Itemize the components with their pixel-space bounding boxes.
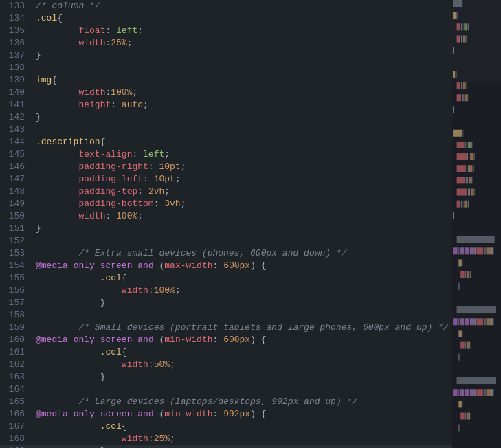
line-content: width:100%;	[36, 87, 452, 99]
line-number: 157	[0, 297, 36, 309]
line-content: width:25%;	[36, 433, 452, 445]
line-number: 165	[0, 396, 36, 408]
line-number: 158	[0, 309, 36, 322]
line-content: img{	[36, 74, 452, 87]
line-content: height: auto;	[36, 99, 452, 111]
line-number: 160	[0, 334, 36, 346]
line-number: 149	[0, 198, 36, 210]
line-content: width:50%;	[36, 359, 452, 371]
line-content: padding-top: 2vh;	[36, 186, 452, 198]
line-content: .col{	[36, 12, 452, 25]
line-number: 138	[0, 62, 36, 74]
line-content: padding-right: 10pt;	[36, 161, 452, 173]
code-line: 146 padding-right: 10pt;	[0, 161, 452, 173]
line-number: 134	[0, 12, 36, 25]
line-number: 164	[0, 383, 36, 396]
line-content: }	[36, 223, 452, 235]
line-number: 166	[0, 408, 36, 421]
code-line: 156 width:100%;	[0, 284, 452, 297]
line-content: padding-bottom: 3vh;	[36, 198, 452, 210]
line-number: 145	[0, 148, 36, 161]
line-number: 139	[0, 74, 36, 87]
code-line: 168 width:25%;	[0, 433, 452, 445]
code-line: 148 padding-top: 2vh;	[0, 186, 452, 198]
code-line: 164	[0, 383, 452, 396]
line-content: }	[36, 445, 452, 448]
line-content: padding-left: 10pt;	[36, 173, 452, 186]
line-number: 156	[0, 284, 36, 297]
code-line: 135 float: left;	[0, 25, 452, 37]
code-line: 143	[0, 124, 452, 136]
line-content: width:25%;	[36, 37, 452, 49]
line-number: 169	[0, 445, 36, 448]
code-line: 139img{	[0, 74, 452, 87]
code-line: 142}	[0, 111, 452, 124]
line-number: 147	[0, 173, 36, 186]
line-content: float: left;	[36, 25, 452, 37]
code-line: 159 /* Small devices (portrait tablets a…	[0, 322, 452, 334]
line-content: }	[36, 297, 452, 309]
line-number: 136	[0, 37, 36, 49]
code-line: 140 width:100%;	[0, 87, 452, 99]
line-number: 135	[0, 25, 36, 37]
code-line: 163 }	[0, 371, 452, 383]
line-content: .col{	[36, 421, 452, 433]
line-content: }	[36, 371, 452, 383]
code-line: 161 .col{	[0, 346, 452, 359]
line-content: @media only screen and (max-width: 600px…	[36, 260, 452, 272]
code-line: 133/* column */	[0, 0, 452, 12]
code-editor[interactable]: 133/* column */134.col{135 float: left;1…	[0, 0, 452, 448]
code-line: 160@media only screen and (min-width: 60…	[0, 334, 452, 346]
line-content: @media only screen and (min-width: 992px…	[36, 408, 452, 421]
line-content: .col{	[36, 272, 452, 284]
line-content: width:100%;	[36, 284, 452, 297]
line-number: 152	[0, 235, 36, 247]
line-number: 146	[0, 161, 36, 173]
code-line: 167 .col{	[0, 421, 452, 433]
line-number: 151	[0, 223, 36, 235]
line-number: 144	[0, 136, 36, 148]
code-line: 165 /* Large devices (laptops/desktops, …	[0, 396, 452, 408]
line-content: /* Large devices (laptops/desktops, 992p…	[36, 396, 452, 408]
code-line: 141 height: auto;	[0, 99, 452, 111]
line-number: 142	[0, 111, 36, 124]
line-content: }	[36, 111, 452, 124]
line-number: 154	[0, 260, 36, 272]
code-line: 149 padding-bottom: 3vh;	[0, 198, 452, 210]
code-line: 144.description{	[0, 136, 452, 148]
code-line: 147 padding-left: 10pt;	[0, 173, 452, 186]
line-number: 163	[0, 371, 36, 383]
code-line: 152	[0, 235, 452, 247]
line-number: 168	[0, 433, 36, 445]
minimap	[452, 0, 501, 448]
line-number: 159	[0, 322, 36, 334]
line-content: /* Extra small devices (phones, 600px an…	[36, 247, 452, 260]
code-line: 145 text-align: left;	[0, 148, 452, 161]
code-line: 169 }	[0, 445, 452, 448]
line-number: 161	[0, 346, 36, 359]
line-content: @media only screen and (min-width: 600px…	[36, 334, 452, 346]
minimap-canvas	[452, 0, 501, 448]
line-number: 141	[0, 99, 36, 111]
line-number: 148	[0, 186, 36, 198]
line-number: 133	[0, 0, 36, 12]
line-content: text-align: left;	[36, 148, 452, 161]
code-line: 154@media only screen and (max-width: 60…	[0, 260, 452, 272]
line-content: }	[36, 49, 452, 62]
code-line: 158	[0, 309, 452, 322]
code-line: 150 width: 100%;	[0, 210, 452, 223]
code-line: 157 }	[0, 297, 452, 309]
line-content: .col{	[36, 346, 452, 359]
line-number: 162	[0, 359, 36, 371]
code-line: 138	[0, 62, 452, 74]
line-number: 150	[0, 210, 36, 223]
code-line: 166@media only screen and (min-width: 99…	[0, 408, 452, 421]
code-line: 151}	[0, 223, 452, 235]
code-line: 134.col{	[0, 12, 452, 25]
line-number: 143	[0, 124, 36, 136]
line-number: 155	[0, 272, 36, 284]
line-content: .description{	[36, 136, 452, 148]
code-line: 155 .col{	[0, 272, 452, 284]
code-line: 162 width:50%;	[0, 359, 452, 371]
line-number: 153	[0, 247, 36, 260]
